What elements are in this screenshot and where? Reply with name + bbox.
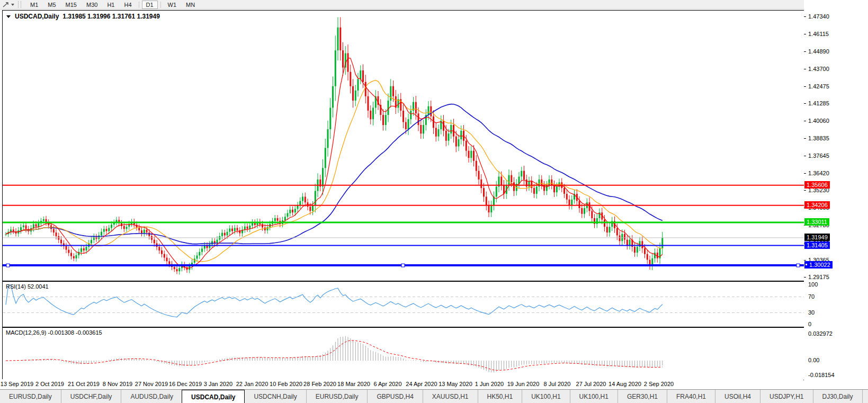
candlestick-chart[interactable] [3, 11, 804, 281]
rsi-scale-label: 70 [808, 293, 815, 300]
price-tickmark [804, 190, 806, 191]
chart-symbol-label: USDCAD,Daily [15, 13, 59, 20]
chart-ohlc-values: 1.31985 1.31996 1.31761 1.31949 [62, 13, 160, 20]
timeframe-button-d1[interactable]: D1 [142, 1, 158, 9]
price-tick-label: 1.42475 [808, 83, 829, 89]
date-label: 27 Nov 2019 [135, 381, 168, 387]
chart-tab-china300-h1[interactable]: CHINA300,H1 [862, 390, 868, 403]
chart-title: USDCAD,Daily 1.31985 1.31996 1.31761 1.3… [6, 13, 160, 20]
rsi-line [6, 285, 663, 317]
chart-tab-xauusd-h1[interactable]: XAUUSD,H1 [423, 390, 478, 403]
price-tickmark [804, 173, 806, 174]
timeframe-button-m15[interactable]: M15 [61, 1, 81, 9]
hline-price-label-1.35606[interactable]: 1.35606 [804, 181, 830, 189]
macd-scale-label: 0.00 [808, 357, 819, 363]
main-chart-panel[interactable]: USDCAD,Daily 1.31985 1.31996 1.31761 1.3… [2, 10, 804, 281]
price-tickmark [804, 260, 806, 261]
chart-tab-hk50-h1[interactable]: HK50,H1 [478, 390, 522, 403]
date-label: 28 Feb 2020 [303, 381, 336, 387]
timeframe-button-w1[interactable]: W1 [164, 1, 181, 9]
date-label: 8 Nov 2019 [103, 381, 132, 387]
price-tickmark [804, 103, 806, 104]
date-label: 6 Apr 2020 [373, 381, 401, 387]
price-tickmark [804, 156, 806, 156]
macd-scale-label: -0.018154 [808, 372, 835, 378]
date-label: 13 May 2020 [439, 381, 472, 387]
date-label: 10 Feb 2020 [270, 381, 302, 387]
chart-tab-ger30-h1[interactable]: GER30,H1 [618, 390, 667, 403]
chart-tab-usdjpy-h1[interactable]: USDJPY,H1 [760, 390, 812, 403]
chart-tab-audusd-daily[interactable]: AUDUSD,Daily [121, 390, 182, 403]
chart-tab-gbpusd-h4[interactable]: GBPUSD,H4 [367, 390, 422, 403]
date-label: 24 Apr 2020 [406, 381, 437, 387]
hline-handle[interactable] [6, 264, 10, 267]
hline-label-handle[interactable] [805, 263, 808, 266]
macd-panel[interactable]: MACD(12,26,9) -0.001308 -0.003615 [2, 327, 804, 380]
price-tickmark [804, 138, 806, 139]
chart-tabs-bar: EURUSD,DailyUSDCHF,DailyAUDUSD,DailyUSDC… [0, 389, 868, 403]
toolbar-grip-handle[interactable] [18, 1, 21, 8]
price-tick-label: 1.36420 [808, 170, 829, 176]
chart-dropdown-icon[interactable] [6, 15, 11, 18]
price-tick-label: 1.43700 [808, 66, 829, 72]
hline-price-label-1.34206[interactable]: 1.34206 [804, 201, 830, 209]
date-label: 3 Jan 2020 [204, 381, 232, 387]
timeframe-buttons: M1M5M15M30H1H4D1W1MN [25, 1, 200, 9]
chart-tab-uk100-h1[interactable]: UK100,H1 [570, 390, 618, 403]
price-tick-label: 1.37645 [808, 153, 829, 159]
timeframe-button-m30[interactable]: M30 [82, 1, 102, 9]
rsi-panel[interactable]: RSI(14) 52.0041 [2, 281, 804, 327]
date-label: 14 Aug 2020 [609, 381, 641, 387]
chart-tab-usoil-h4[interactable]: USOil,H4 [715, 390, 760, 403]
macd-histogram [6, 336, 663, 373]
price-tick-label: 1.29175 [808, 274, 829, 280]
ma-fast-line [6, 58, 663, 268]
rsi-chart [3, 282, 804, 327]
chart-tab-fra40-h1[interactable]: FRA40,H1 [667, 390, 715, 403]
macd-signal-line [6, 341, 663, 370]
hline-handle[interactable] [797, 264, 800, 267]
rsi-scale-label: 0 [808, 321, 811, 327]
date-axis: 13 Sep 20192 Oct 201921 Oct 20198 Nov 20… [2, 379, 803, 389]
chart-tab-uk100-h1[interactable]: UK100,H1 [522, 390, 569, 403]
timeframe-toolbar: M1M5M15M30H1H4D1W1MN [0, 0, 868, 10]
price-tickmark [804, 121, 806, 121]
chart-tab-dj30-daily[interactable]: DJ30,Daily [813, 390, 862, 403]
price-tick-label: 1.40060 [808, 118, 829, 124]
crosshair-tool-icon[interactable] [2, 2, 10, 8]
price-tick-label: 1.46115 [808, 31, 829, 37]
date-label: 13 Sep 2019 [1, 381, 33, 387]
price-tickmark [804, 34, 806, 34]
date-label: 1 Jun 2020 [475, 381, 504, 387]
chart-tab-usdchf-daily[interactable]: USDCHF,Daily [61, 390, 121, 403]
date-label: 22 Jan 2020 [236, 381, 269, 387]
price-tickmark [804, 86, 806, 87]
macd-label: MACD(12,26,9) -0.001308 -0.003615 [6, 329, 102, 336]
timeframe-button-h1[interactable]: H1 [103, 1, 119, 9]
macd-chart [3, 328, 804, 380]
date-label: 2 Sep 2020 [644, 381, 674, 387]
chart-tab-usdcad-daily[interactable]: USDCAD,Daily [182, 390, 245, 403]
date-label: 21 Oct 2019 [68, 381, 100, 387]
hline-price-label-1.33011[interactable]: 1.33011 [804, 218, 829, 226]
hline-price-label-1.30022[interactable]: 1.30022 [804, 261, 833, 268]
price-tick-label: 1.44890 [808, 48, 829, 55]
toolbar-dropdown-icon[interactable] [11, 4, 14, 6]
hline-price-label-1.31405[interactable]: 1.31405 [804, 241, 830, 249]
price-tick-label: 1.47340 [808, 13, 829, 20]
timeframe-button-h4[interactable]: H4 [120, 1, 136, 9]
price-tick-label: 1.41285 [808, 100, 829, 106]
date-label: 27 Jul 2020 [576, 381, 606, 387]
rsi-scale-label: 30 [808, 309, 815, 316]
chart-tab-eurusd-daily[interactable]: EURUSD,Daily [0, 390, 61, 403]
timeframe-button-m1[interactable]: M1 [26, 1, 42, 9]
rsi-scale-label: 100 [808, 281, 818, 288]
mt4-window: M1M5M15M30H1H4D1W1MN USDCAD,Daily 1.3198… [0, 0, 868, 403]
timeframe-button-m5[interactable]: M5 [43, 1, 60, 9]
chart-tab-usdcnh-daily[interactable]: USDCNH,Daily [245, 390, 306, 403]
timeframe-button-mn[interactable]: MN [182, 1, 199, 9]
chart-tab-eurusd-daily[interactable]: EURUSD,Daily [306, 390, 368, 403]
macd-scale-label: 0.032972 [808, 330, 833, 337]
date-label: 2 Oct 2019 [35, 381, 64, 387]
hline-handle[interactable] [401, 264, 405, 267]
